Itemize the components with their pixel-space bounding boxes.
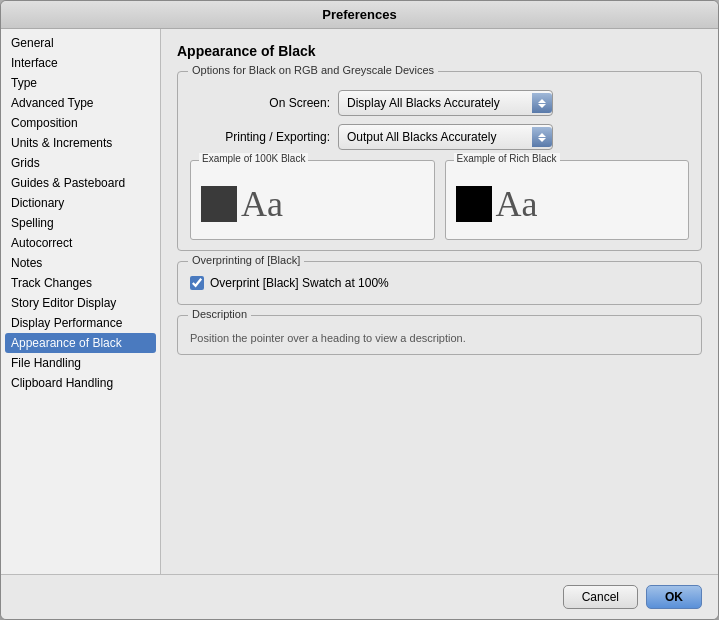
example-100k-text: Aa [241, 186, 283, 222]
printing-row: Printing / Exporting: Output All Blacks … [190, 124, 689, 150]
cancel-button[interactable]: Cancel [563, 585, 638, 609]
on-screen-select-arrows [532, 93, 552, 113]
example-rich-box: Example of Rich Black Aa [445, 160, 690, 240]
overprint-label: Overprint [Black] Swatch at 100% [210, 276, 389, 290]
sidebar-item-advanced-type[interactable]: Advanced Type [1, 93, 160, 113]
sidebar-item-clipboard-handling[interactable]: Clipboard Handling [1, 373, 160, 393]
100k-black-square [201, 186, 237, 222]
sidebar-item-notes[interactable]: Notes [1, 253, 160, 273]
page-title: Appearance of Black [177, 43, 702, 59]
main-content: Appearance of Black Options for Black on… [161, 29, 718, 574]
sidebar-item-story-editor-display[interactable]: Story Editor Display [1, 293, 160, 313]
description-group-title: Description [188, 308, 251, 320]
sidebar-item-units-&-increments[interactable]: Units & Increments [1, 133, 160, 153]
arrow-down-icon-2 [538, 138, 546, 142]
example-100k-content: Aa [201, 186, 283, 222]
example-100k-box: Example of 100K Black Aa [190, 160, 435, 240]
overprint-checkbox[interactable] [190, 276, 204, 290]
description-text: Position the pointer over a heading to v… [190, 326, 689, 344]
sidebar-item-interface[interactable]: Interface [1, 53, 160, 73]
sidebar-item-track-changes[interactable]: Track Changes [1, 273, 160, 293]
printing-value: Output All Blacks Accurately [347, 130, 532, 144]
sidebar-item-guides-&-pasteboard[interactable]: Guides & Pasteboard [1, 173, 160, 193]
example-rich-content: Aa [456, 186, 538, 222]
overprint-group-box: Overprinting of [Black] Overprint [Black… [177, 261, 702, 305]
example-rich-title: Example of Rich Black [454, 153, 560, 164]
arrow-down-icon [538, 104, 546, 108]
rgb-group-title: Options for Black on RGB and Greyscale D… [188, 64, 438, 76]
rich-black-square [456, 186, 492, 222]
overprint-group-title: Overprinting of [Black] [188, 254, 304, 266]
rgb-group-box: Options for Black on RGB and Greyscale D… [177, 71, 702, 251]
arrow-up-icon [538, 99, 546, 103]
arrow-up-icon-2 [538, 133, 546, 137]
sidebar-item-general[interactable]: General [1, 33, 160, 53]
printing-select[interactable]: Output All Blacks Accurately [338, 124, 553, 150]
sidebar-item-file-handling[interactable]: File Handling [1, 353, 160, 373]
description-group-box: Description Position the pointer over a … [177, 315, 702, 355]
on-screen-select[interactable]: Display All Blacks Accurately [338, 90, 553, 116]
sidebar-item-appearance-of-black[interactable]: Appearance of Black [5, 333, 156, 353]
ok-button[interactable]: OK [646, 585, 702, 609]
title-bar: Preferences [1, 1, 718, 29]
sidebar-item-dictionary[interactable]: Dictionary [1, 193, 160, 213]
sidebar-item-type[interactable]: Type [1, 73, 160, 93]
printing-select-arrows [532, 127, 552, 147]
on-screen-value: Display All Blacks Accurately [347, 96, 532, 110]
sidebar-item-display-performance[interactable]: Display Performance [1, 313, 160, 333]
sidebar-item-spelling[interactable]: Spelling [1, 213, 160, 233]
dialog-title: Preferences [322, 7, 396, 22]
sidebar: GeneralInterfaceTypeAdvanced TypeComposi… [1, 29, 161, 574]
dialog-footer: Cancel OK [1, 574, 718, 619]
preferences-dialog: Preferences GeneralInterfaceTypeAdvanced… [0, 0, 719, 620]
dialog-body: GeneralInterfaceTypeAdvanced TypeComposi… [1, 29, 718, 574]
overprint-row: Overprint [Black] Swatch at 100% [190, 272, 689, 294]
sidebar-item-grids[interactable]: Grids [1, 153, 160, 173]
example-rich-text: Aa [496, 186, 538, 222]
on-screen-label: On Screen: [190, 96, 330, 110]
printing-label: Printing / Exporting: [190, 130, 330, 144]
sidebar-item-autocorrect[interactable]: Autocorrect [1, 233, 160, 253]
on-screen-row: On Screen: Display All Blacks Accurately [190, 90, 689, 116]
sidebar-item-composition[interactable]: Composition [1, 113, 160, 133]
example-100k-title: Example of 100K Black [199, 153, 308, 164]
examples-row: Example of 100K Black Aa Example of Rich… [190, 160, 689, 240]
